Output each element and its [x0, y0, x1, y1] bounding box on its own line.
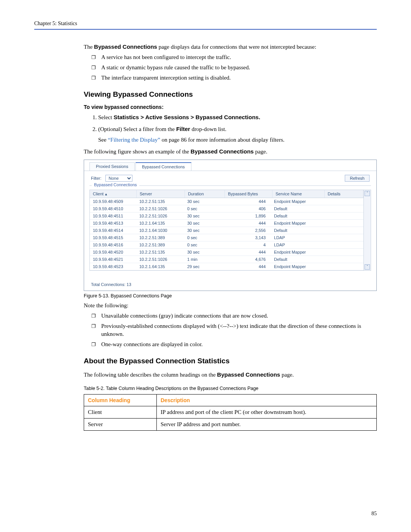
col-header-client[interactable]: Client▲ — [90, 190, 137, 198]
table-row[interactable]: 10.9.59.48:451410.2.1.64:103030 sec2,556… — [90, 227, 363, 234]
table-cell: 10.2.2.51:1026 — [136, 212, 184, 219]
description-table: Column Heading Description Client IP add… — [84, 394, 377, 431]
text: The — [84, 44, 94, 50]
text: Select — [98, 114, 113, 120]
text: page displays data for connections that … — [157, 44, 316, 50]
text-bold: Bypassed Connections — [191, 148, 254, 155]
table-cell: Default — [271, 205, 323, 212]
section-heading: About the Bypassed Connection Statistics — [84, 357, 377, 365]
table-cell — [323, 212, 363, 219]
table-caption: Table 5-2. Table Column Heading Descript… — [84, 386, 377, 391]
table-cell: 0 sec — [184, 241, 224, 248]
table-row: Client IP address and port of the client… — [84, 406, 377, 418]
table-cell: 30 sec — [184, 227, 224, 234]
intro-bullets: A service has not been configured to int… — [91, 53, 377, 82]
col-header-details[interactable]: Details — [325, 190, 363, 198]
list-item: Unavailable connections (gray) indicate … — [91, 312, 377, 320]
tab-proxied-sessions[interactable]: Proxied Sessions — [89, 162, 135, 171]
cross-reference-link[interactable]: “Filtering the Display” — [108, 137, 160, 143]
table-row[interactable]: 10.9.59.48:451010.2.2.51:10260 sec406Def… — [90, 205, 363, 212]
table-row[interactable]: 10.9.59.48:450910.2.2.51:13530 sec444End… — [90, 198, 363, 205]
table-cell — [323, 241, 363, 248]
table-row[interactable]: 10.9.59.48:451310.2.1.64:13530 sec444End… — [90, 220, 363, 227]
table-cell: Endpoint Mapper — [271, 263, 323, 270]
page-number: 85 — [371, 511, 377, 517]
table-cell: 10.2.1.64:1030 — [136, 227, 184, 234]
table-cell: 30 sec — [184, 249, 224, 256]
table-cell: 10.2.2.51:1026 — [136, 256, 184, 263]
col-header-duration[interactable]: Duration — [185, 190, 225, 198]
text-bold: Statistics > Active Sessions > Bypassed … — [113, 114, 260, 120]
table-cell — [323, 249, 363, 256]
scrollbar[interactable]: ˄ ˅ — [364, 190, 371, 271]
table-row[interactable]: 10.9.59.48:452310.2.1.64:13529 sec444End… — [90, 263, 363, 270]
scroll-down-icon[interactable]: ˅ — [365, 264, 370, 270]
table-cell — [323, 227, 363, 234]
list-item: Previously-established connections displ… — [91, 322, 377, 338]
refresh-button[interactable]: Refresh — [345, 175, 370, 182]
table-cell: IP address and port of the client PC (or… — [157, 406, 377, 418]
col-header-server[interactable]: Server — [137, 190, 185, 198]
text-bold: Filter — [176, 126, 190, 132]
list-item: One-way connections are displayed in col… — [91, 340, 377, 348]
table-cell: 444 — [224, 220, 271, 227]
table-cell — [323, 220, 363, 227]
table-cell — [323, 198, 363, 205]
text-bold: Bypassed Connections — [94, 43, 157, 50]
table-cell: 10.2.1.64:135 — [136, 263, 184, 270]
filter-select[interactable]: None — [105, 175, 132, 182]
table-row[interactable]: 10.9.59.48:451110.2.2.51:102630 sec1,896… — [90, 212, 363, 220]
table-cell: Default — [271, 227, 323, 234]
list-item: (Optional) Select a filter from the Filt… — [98, 125, 377, 144]
filter-label: Filter: — [91, 176, 102, 181]
table-cell — [323, 234, 363, 241]
table-cell: 10.9.59.48:4511 — [90, 212, 136, 219]
text: page. — [254, 149, 268, 155]
table-cell: 444 — [224, 249, 271, 256]
text: on page 86 for more information about di… — [160, 137, 285, 143]
table-cell: Server IP address and port number. — [157, 418, 377, 430]
text: drop-down list. — [190, 126, 226, 132]
text: page. — [280, 372, 294, 378]
table-cell: 10.2.2.51:1026 — [136, 205, 184, 212]
text-bold: Bypassed Connections — [217, 371, 280, 378]
tab-bar: Proxied Sessions Bypassed Connections — [84, 160, 376, 171]
table-cell: 10.9.59.48:4516 — [90, 241, 136, 248]
table-cell: 3,143 — [224, 234, 271, 241]
table-cell: 10.9.59.48:4514 — [90, 227, 136, 234]
notes-bullets: Unavailable connections (gray) indicate … — [91, 312, 377, 348]
paragraph: The following figure shows an example of… — [84, 147, 377, 156]
table-cell: 10.2.2.51:389 — [136, 234, 184, 241]
table-row[interactable]: 10.9.59.48:451510.2.2.51:3890 sec3,143LD… — [90, 234, 363, 241]
table-cell: 10.2.2.51:389 — [136, 241, 184, 248]
table-cell: Default — [271, 256, 323, 263]
table-cell: 10.9.59.48:4520 — [90, 249, 136, 256]
header-rule — [34, 29, 377, 30]
table-row[interactable]: 10.9.59.48:452010.2.2.51:13530 sec444End… — [90, 249, 363, 256]
table-cell: LDAP — [271, 241, 323, 248]
table-cell: 0 sec — [184, 234, 224, 241]
table-cell: Server — [84, 418, 157, 430]
text: (Optional) Select a filter from the — [98, 126, 176, 132]
sort-asc-icon: ▲ — [104, 192, 108, 196]
table-cell — [323, 205, 363, 212]
table-cell: 30 sec — [184, 212, 224, 219]
tab-bypassed-connections[interactable]: Bypassed Connections — [135, 162, 191, 171]
table-row[interactable]: 10.9.59.48:452110.2.2.51:10261 min4,676D… — [90, 256, 363, 263]
col-header-bytes[interactable]: Bypassed Bytes — [225, 190, 272, 198]
table-cell — [323, 256, 363, 263]
col-header-service[interactable]: Service Name — [272, 190, 325, 198]
table-header: Column Heading — [84, 394, 157, 406]
table-cell: 29 sec — [184, 263, 224, 270]
text: The following figure shows an example of… — [84, 149, 191, 155]
table-row[interactable]: 10.9.59.48:451610.2.2.51:3890 sec4LDAP — [90, 241, 363, 249]
text: See — [98, 137, 108, 143]
list-item: The interface transparent interception s… — [91, 74, 377, 82]
table-cell: 2,556 — [224, 227, 271, 234]
table-cell: 406 — [224, 205, 271, 212]
table-cell: 10.9.59.48:4521 — [90, 256, 136, 263]
table-cell: 10.2.1.64:135 — [136, 220, 184, 227]
table-header: Description — [157, 394, 377, 406]
table-cell: 10.9.59.48:4513 — [90, 220, 136, 227]
scroll-up-icon[interactable]: ˄ — [365, 191, 370, 196]
